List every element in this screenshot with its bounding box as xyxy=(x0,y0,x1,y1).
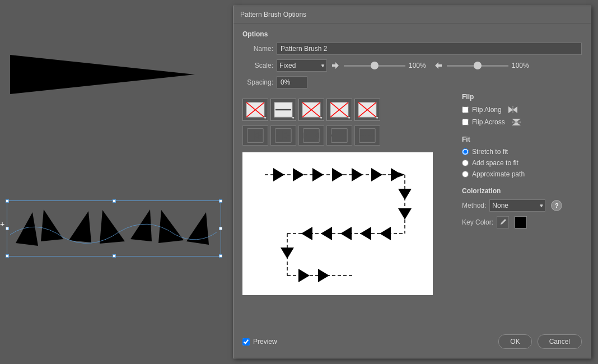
flip-across-checkbox[interactable] xyxy=(462,119,469,125)
stretch-radio[interactable] xyxy=(462,148,469,155)
key-color-swatch[interactable] xyxy=(515,216,527,228)
svg-marker-30 xyxy=(283,132,287,138)
svg-rect-25 xyxy=(249,130,255,141)
flip-section-title: Flip xyxy=(462,93,582,101)
flip-along-checkbox[interactable] xyxy=(462,106,469,113)
method-label: Method: xyxy=(462,202,486,209)
ok-button[interactable]: OK xyxy=(498,334,531,349)
svg-marker-60 xyxy=(321,227,332,240)
tile-btn-4[interactable]: ▼ xyxy=(326,99,352,121)
svg-marker-72 xyxy=(512,122,521,125)
svg-marker-70 xyxy=(512,119,521,122)
svg-marker-47 xyxy=(293,168,304,181)
selection-box xyxy=(7,200,221,256)
flip-along-row: Flip Along xyxy=(462,105,582,114)
tile-btn-2[interactable]: ▼ xyxy=(270,99,296,121)
spacing-input[interactable] xyxy=(277,76,307,88)
approx-label: Approximate path xyxy=(472,170,525,178)
tile-btn-5-arrow: ▼ xyxy=(375,116,379,120)
tile-btn-4-arrow: ▼ xyxy=(347,116,351,120)
tile-btn-1[interactable]: ▼ xyxy=(242,99,268,121)
scale-link-icon-right xyxy=(435,62,442,69)
colorization-title: Colorization xyxy=(462,187,582,195)
svg-marker-1 xyxy=(16,212,38,246)
approx-path-row: Approximate path xyxy=(462,170,582,178)
cancel-button[interactable]: Cancel xyxy=(538,334,582,349)
svg-marker-9 xyxy=(435,62,442,69)
svg-marker-61 xyxy=(301,227,312,240)
svg-marker-8 xyxy=(332,62,339,69)
eyedropper-button[interactable] xyxy=(497,216,509,228)
add-space-label: Add space to fit xyxy=(472,159,518,167)
scale-row: Scale: Fixed Proportional ▼ 100% 100% xyxy=(242,59,582,72)
svg-marker-46 xyxy=(273,168,284,181)
stretch-to-fit-row: Stretch to fit xyxy=(462,148,582,156)
method-row: Method: None Tints Tints and Shades Hue … xyxy=(462,199,582,212)
svg-marker-3 xyxy=(69,211,91,242)
scale-select[interactable]: Fixed Proportional xyxy=(277,59,327,72)
key-color-row: Key Color: xyxy=(462,216,582,228)
spacing-row: Spacing: xyxy=(242,76,582,88)
scale-slider-2[interactable] xyxy=(447,65,508,67)
transform-btn-3[interactable] xyxy=(298,125,324,146)
tile-btn-5[interactable]: ▼ xyxy=(354,99,380,121)
approx-radio[interactable] xyxy=(462,171,469,178)
fit-section-title: Fit xyxy=(462,136,582,143)
preview-checkbox[interactable] xyxy=(242,338,250,346)
info-light-button[interactable]: ? xyxy=(551,200,562,211)
right-column: Flip Flip Along Flip Across xyxy=(453,93,582,295)
add-space-row: Add space to fit xyxy=(462,159,582,167)
svg-marker-51 xyxy=(371,168,382,181)
flip-across-label: Flip Across xyxy=(472,118,505,126)
preview-area xyxy=(242,152,433,295)
tile-btn-3-arrow: ▼ xyxy=(319,116,323,120)
svg-marker-67 xyxy=(508,106,513,113)
dialog-title-bar: Pattern Brush Options xyxy=(233,6,591,24)
scale-link-icon-left xyxy=(331,62,339,69)
svg-marker-36 xyxy=(316,132,320,138)
name-input[interactable] xyxy=(277,43,582,55)
svg-marker-57 xyxy=(380,227,391,240)
stretch-label: Stretch to fit xyxy=(472,148,508,156)
svg-marker-63 xyxy=(281,248,294,259)
name-row: Name: xyxy=(242,43,582,55)
svg-marker-66 xyxy=(318,269,329,282)
svg-rect-34 xyxy=(307,130,316,141)
method-select-wrapper: None Tints Tints and Shades Hue Shift ▼ xyxy=(489,199,545,212)
svg-marker-55 xyxy=(398,208,412,220)
tile-btn-1-arrow: ▼ xyxy=(263,116,267,120)
big-triangle-shape xyxy=(10,49,200,100)
scale-slider-1[interactable] xyxy=(344,65,405,67)
tile-buttons-row: ▼ ▼ xyxy=(242,99,447,121)
dialog-footer: Preview OK Cancel xyxy=(233,334,591,349)
flip-across-icon xyxy=(511,118,522,127)
svg-marker-2 xyxy=(41,209,63,241)
name-label: Name: xyxy=(242,45,273,53)
preview-checkbox-row: Preview xyxy=(242,338,277,346)
tile-btn-2-arrow: ▼ xyxy=(291,116,295,120)
svg-marker-0 xyxy=(10,55,195,94)
svg-point-73 xyxy=(504,220,506,221)
svg-marker-69 xyxy=(513,106,517,113)
transform-btn-4[interactable] xyxy=(326,125,352,146)
flip-across-row: Flip Across xyxy=(462,118,582,127)
tile-btn-3[interactable]: ▼ xyxy=(298,99,324,121)
dialog-buttons: OK Cancel xyxy=(498,334,582,349)
cursor-crosshair: + xyxy=(0,220,4,228)
method-select[interactable]: None Tints Tints and Shades Hue Shift xyxy=(489,199,545,212)
canvas-area: + xyxy=(0,0,232,364)
pattern-brush-options-dialog: Pattern Brush Options Options Name: Scal… xyxy=(233,6,591,358)
transform-buttons-row xyxy=(242,125,447,146)
svg-marker-58 xyxy=(360,227,371,240)
fit-section: Fit Stretch to fit Add space to fit Appr… xyxy=(462,136,582,178)
add-space-radio[interactable] xyxy=(462,160,469,166)
scale-select-wrapper: Fixed Proportional ▼ xyxy=(277,59,327,72)
scale-label: Scale: xyxy=(242,62,273,69)
flip-section: Flip Flip Along Flip Across xyxy=(462,93,582,127)
svg-marker-7 xyxy=(186,212,209,245)
scale-value-1: 100% xyxy=(409,62,430,69)
transform-btn-2[interactable] xyxy=(270,125,296,146)
transform-btn-1[interactable] xyxy=(242,125,268,146)
scale-value-2: 100% xyxy=(512,62,533,69)
transform-btn-5[interactable] xyxy=(354,125,380,146)
